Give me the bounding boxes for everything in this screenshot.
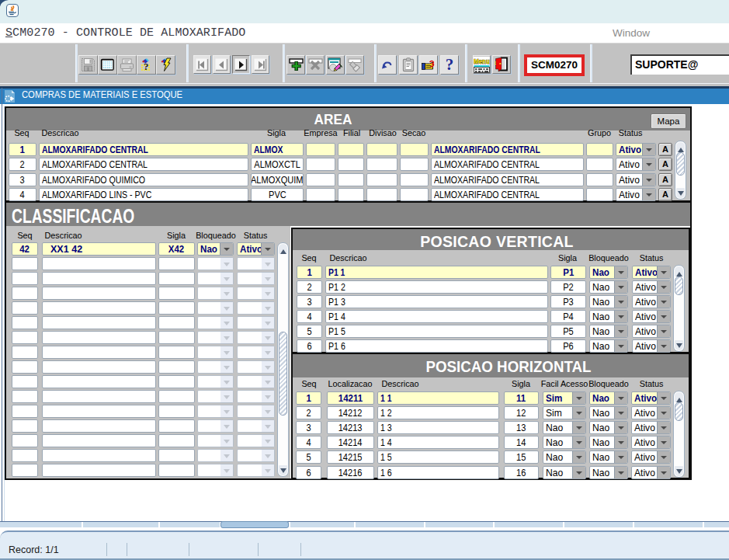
svg-text:Menu: Menu xyxy=(474,57,490,65)
svg-text:?: ? xyxy=(144,61,149,72)
